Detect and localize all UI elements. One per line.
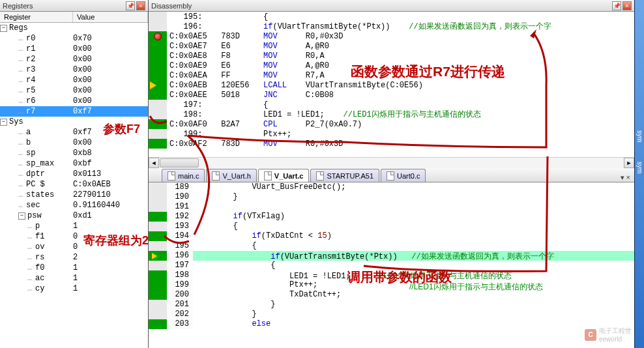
margin-cell[interactable] [149,51,167,61]
margin-cell[interactable] [149,31,167,41]
editor-tab[interactable]: main.c [162,169,205,182]
margin-cell[interactable] [149,300,167,310]
editor-tab[interactable]: Uart0.c [381,169,426,182]
pin-icon[interactable]: 📌 [612,1,621,10]
margin-cell[interactable] [149,80,167,90]
source-row[interactable]: 192 if(VTxFlag) [149,212,634,222]
close-icon[interactable]: × [136,1,145,10]
disasm-row[interactable]: C:0x0AE5 783D MOV R0,#0x3D [149,31,634,41]
scroll-track[interactable] [159,158,624,168]
register-row[interactable]: …sp0xb8 [0,148,148,158]
register-row[interactable]: −Regs [0,23,148,33]
margin-cell[interactable] [149,310,167,319]
margin-cell[interactable] [149,12,167,22]
register-row[interactable]: …r20x00 [0,54,148,65]
margin-cell[interactable] [149,270,167,280]
margin-cell[interactable] [149,22,167,31]
source-row[interactable]: 197 { [149,261,634,270]
register-row[interactable]: …r50x00 [0,85,148,96]
tree-toggle-icon[interactable]: − [0,25,7,32]
margin-cell[interactable] [149,241,167,251]
tree-toggle-icon[interactable]: − [0,119,7,126]
register-row[interactable]: …f01 [0,263,148,273]
disasm-row[interactable]: C:0x0AEA FF MOV R7,A [149,70,634,80]
register-row[interactable]: …rs2 [0,252,148,263]
register-row[interactable]: …dptr0x0113 [0,169,148,179]
col-value[interactable]: Value [73,12,148,22]
margin-cell[interactable] [149,192,167,202]
source-row[interactable]: 195 { [149,241,634,251]
source-row[interactable]: 202 } [149,310,634,319]
register-row[interactable]: …cy1 [0,283,148,294]
source-row[interactable]: 196 if(VUartTransmitByte(*Ptx)) //如果发送函数… [149,251,634,261]
margin-cell[interactable] [149,61,167,70]
scroll-left-icon[interactable]: ◄ [149,158,159,168]
disasm-row[interactable]: C:0x0AE7 E6 MOV A,@R0 [149,41,634,51]
register-row[interactable]: …PC $C:0x0AEB [0,179,148,190]
disasm-lines[interactable]: 195: { 196: if(VUartTransmitByte(*Ptx)) … [149,12,634,157]
register-row[interactable]: …r60x00 [0,96,148,106]
margin-cell[interactable] [149,231,167,241]
side-label-2[interactable]: sym [636,162,643,173]
margin-cell[interactable] [149,90,167,100]
register-row[interactable]: …sec0.91160440 [0,200,148,210]
disasm-row[interactable]: 198: LED1 = !LED1; //LED1闪烁用于指示与主机通信的状态 [149,109,634,119]
register-row[interactable]: …r40x00 [0,75,148,85]
editor-tab[interactable]: STARTUP.A51 [310,169,379,182]
margin-cell[interactable] [149,290,167,300]
source-row[interactable]: 190 } [149,192,634,202]
disasm-hscroll[interactable]: ◄ ► [149,157,634,167]
disasm-row[interactable]: C:0x0AE8 F8 MOV R0,A [149,51,634,61]
register-row[interactable]: …r10x00 [0,44,148,54]
tab-menu-icon[interactable]: ▾ × [617,173,634,182]
editor-tab[interactable]: V_Uart.h [206,169,256,182]
margin-cell[interactable] [149,109,167,119]
disasm-row[interactable]: 195: { [149,12,634,22]
margin-cell[interactable] [149,222,167,231]
breakpoint-icon[interactable] [154,33,162,40]
register-row[interactable]: …sp_max0xbf [0,158,148,169]
source-row[interactable]: 199 Ptx++; [149,280,634,290]
register-row[interactable]: −psw0xd1 [0,210,148,221]
margin-cell[interactable] [149,41,167,51]
source-row[interactable]: 198 LED1 = !LED1; //LED1闪烁用于指示与主机通信的状态 [149,270,634,280]
tree-toggle-icon[interactable]: − [18,212,25,220]
margin-cell[interactable] [149,100,167,109]
margin-cell[interactable] [149,261,167,270]
disasm-row[interactable]: C:0x0AF0 B2A7 CPL P2_7(0xA0.7) [149,119,634,129]
disasm-row[interactable]: 199: Ptx++; [149,129,634,139]
margin-cell[interactable] [149,70,167,80]
register-row[interactable]: …b0x00 [0,138,148,148]
editor-tab[interactable]: V_Uart.c [258,169,310,182]
register-row[interactable]: …ac1 [0,273,148,283]
disasm-row[interactable]: C:0x0AE9 E6 MOV A,@R0 [149,61,634,70]
source-row[interactable]: 203 else [149,319,634,329]
col-register[interactable]: Register [0,12,73,22]
register-row[interactable]: …r00x70 [0,33,148,44]
disasm-row[interactable]: C:0x0AEE 5018 JNC C:0B08 [149,90,634,100]
disasm-row[interactable]: 196: if(VUartTransmitByte(*Ptx)) //如果发送函… [149,22,634,31]
margin-cell[interactable] [149,182,167,192]
register-row[interactable]: …r70xf7 [0,106,148,117]
pin-icon[interactable]: 📌 [126,1,135,10]
source-row[interactable]: 193 { [149,222,634,231]
disasm-row[interactable]: C:0x0AEB 120E56 LCALL VUartTransmitByte(… [149,80,634,90]
disasm-row[interactable]: 197: { [149,100,634,109]
register-tree[interactable]: −Regs…r00x70…r10x00…r20x00…r30x00…r40x00… [0,23,148,348]
source-editor[interactable]: 189 VUart_BusFreeDetc();190 }191192 if(V… [149,182,634,348]
register-row[interactable]: …p1 [0,221,148,231]
register-row[interactable]: …r30x00 [0,65,148,75]
disasm-row[interactable]: C:0x0AF2 783D MOV R0,#0x3D [149,139,634,149]
margin-cell[interactable] [149,212,167,222]
source-row[interactable]: 194 if(TxDatCnt < 15) [149,231,634,241]
source-row[interactable]: 201 } [149,300,634,310]
margin-cell[interactable] [149,139,167,149]
margin-cell[interactable] [149,251,167,261]
source-row[interactable]: 191 [149,202,634,212]
margin-cell[interactable] [149,129,167,139]
close-icon[interactable]: × [622,1,632,10]
source-row[interactable]: 189 VUart_BusFreeDetc(); [149,182,634,192]
margin-cell[interactable] [149,319,167,329]
margin-cell[interactable] [149,280,167,290]
margin-cell[interactable] [149,202,167,212]
